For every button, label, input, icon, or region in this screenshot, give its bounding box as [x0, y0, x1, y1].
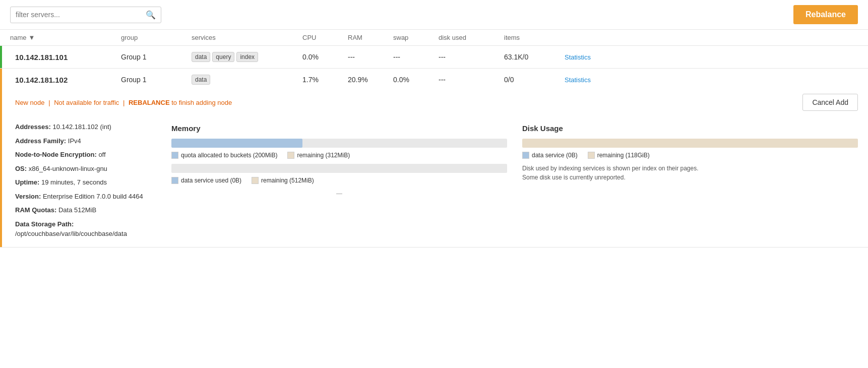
legend-swatch-tan-1 [287, 152, 294, 159]
os-row: OS: x86_64-unknown-linux-gnu [15, 164, 156, 174]
top-bar: 🔍 Rebalance [0, 0, 868, 30]
int-label: (int) [100, 123, 111, 131]
node-info-col: Addresses: 10.142.181.102 (int) Address … [15, 122, 156, 239]
legend-item-disk-data: data service (0B) [522, 152, 578, 159]
service-tag-query-1: query [212, 52, 234, 62]
legend-swatch-blue-1 [171, 152, 178, 159]
legend-swatch-disk-remaining [588, 152, 595, 159]
encryption-label: Node-to-Node Encryption: [15, 151, 97, 158]
addresses-row: Addresses: 10.142.181.102 (int) [15, 122, 156, 132]
memory-legend-1: quota allocated to buckets (200MiB) rema… [171, 152, 507, 159]
new-node-label: New node [15, 99, 45, 106]
legend-label-disk-data: data service (0B) [532, 152, 578, 159]
ram-quotas-value: Data 512MiB [58, 206, 96, 214]
table-header: name ▼ group services CPU RAM swap disk … [0, 30, 868, 46]
rebalance-word: REBALANCE [129, 99, 170, 106]
search-icon: 🔍 [146, 10, 156, 20]
address-family-value: IPv4 [68, 137, 81, 145]
service-tag-data-2: data [192, 75, 210, 85]
server-swap-1: --- [393, 53, 439, 61]
header-items: items [504, 34, 565, 41]
service-tag-data-1: data [192, 52, 210, 62]
server-disk-2: --- [439, 76, 504, 84]
header-group: group [121, 34, 192, 41]
statistics-link-2[interactable]: Statistics [565, 76, 591, 84]
indicator-orange [0, 69, 2, 247]
uptime-label: Uptime: [15, 178, 39, 186]
not-available-label: Not available for traffic [54, 99, 119, 106]
os-label: OS: [15, 165, 27, 172]
legend-label-remaining-1: remaining (312MiB) [297, 152, 350, 159]
server-disk-1: --- [439, 53, 504, 61]
server-row-1: 10.142.181.101 Group 1 data query index … [0, 46, 868, 69]
header-disk-used: disk used [439, 34, 504, 41]
data-storage-row: Data Storage Path: /opt/couchbase/var/li… [15, 219, 156, 239]
server-group-2: Group 1 [121, 76, 192, 84]
addresses-ip: 10.142.181.102 [52, 123, 98, 131]
rebalance-button[interactable]: Rebalance [793, 5, 858, 24]
legend-swatch-disk-data [522, 152, 529, 159]
memory-bar-2 [171, 164, 507, 173]
service-tags-1: data query index [192, 52, 302, 62]
separator-2: | [123, 99, 125, 106]
service-tag-index-1: index [236, 52, 258, 62]
version-label: Version: [15, 193, 41, 200]
service-tags-2: data [192, 75, 302, 85]
server-group-1: Group 1 [121, 53, 192, 61]
legend-item-remaining-2: remaining (512MiB) [252, 177, 314, 184]
legend-swatch-blue-2 [171, 177, 178, 184]
server-row-main-1: 10.142.181.101 Group 1 data query index … [0, 46, 868, 68]
header-ram: RAM [348, 34, 393, 41]
new-node-banner: New node | Not available for traffic | R… [0, 91, 868, 114]
disk-title: Disk Usage [522, 124, 858, 133]
legend-label-data-used: data service used (0B) [181, 177, 241, 184]
disk-bar [522, 139, 858, 148]
memory-legend-2: data service used (0B) remaining (512MiB… [171, 177, 507, 184]
data-storage-label: Data Storage Path: [15, 220, 74, 228]
legend-item-allocated: quota allocated to buckets (200MiB) [171, 152, 277, 159]
legend-swatch-tan-2 [252, 177, 259, 184]
encryption-value: off [98, 151, 105, 158]
memory-empty-line: — [171, 189, 507, 198]
header-services: services [192, 34, 302, 41]
legend-item-remaining-1: remaining (312MiB) [287, 152, 350, 159]
search-container: 🔍 [10, 7, 161, 23]
header-name: name ▼ [10, 34, 121, 41]
memory-bar-1-fill [171, 139, 302, 148]
legend-label-remaining-2: remaining (512MiB) [261, 177, 314, 184]
disk-section: Disk Usage data service (0B) remaining (… [522, 122, 858, 239]
node-details: Addresses: 10.142.181.102 (int) Address … [0, 114, 868, 247]
legend-item-data-used: data service used (0B) [171, 177, 241, 184]
server-cpu-1: 0.0% [302, 53, 348, 61]
uptime-row: Uptime: 19 minutes, 7 seconds [15, 177, 156, 188]
header-actions [565, 34, 625, 41]
ram-quotas-label: RAM Quotas: [15, 206, 56, 214]
server-row-2: 10.142.181.102 Group 1 data 1.7% 20.9% 0… [0, 69, 868, 248]
version-row: Version: Enterprise Edition 7.0.0 build … [15, 192, 156, 202]
header-cpu: CPU [302, 34, 348, 41]
new-node-text: New node | Not available for traffic | R… [15, 99, 232, 106]
encryption-row: Node-to-Node Encryption: off [15, 150, 156, 160]
search-input[interactable] [16, 11, 146, 19]
addresses-label: Addresses: [15, 123, 51, 131]
statistics-link-1[interactable]: Statistics [565, 53, 591, 61]
address-family-row: Address Family: IPv4 [15, 136, 156, 146]
legend-label-disk-remaining: remaining (118GiB) [597, 152, 650, 159]
indicator-green [0, 46, 2, 68]
separator-1: | [48, 99, 50, 106]
uptime-value: 19 minutes, 7 seconds [41, 178, 107, 186]
cancel-add-button[interactable]: Cancel Add [802, 94, 858, 111]
data-storage-value: /opt/couchbase/var/lib/couchbase/data [15, 230, 127, 237]
server-ip-2: 10.142.181.102 [10, 76, 121, 84]
legend-label-allocated: quota allocated to buckets (200MiB) [181, 152, 277, 159]
server-ip-1: 10.142.181.101 [10, 53, 121, 62]
memory-title: Memory [171, 124, 507, 133]
version-value: Enterprise Edition 7.0.0 build 4464 [43, 193, 143, 200]
server-ram-2: 20.9% [348, 76, 393, 84]
disk-legend: data service (0B) remaining (118GiB) [522, 152, 858, 159]
server-row-main-2: 10.142.181.102 Group 1 data 1.7% 20.9% 0… [0, 69, 868, 91]
server-cpu-2: 1.7% [302, 76, 348, 84]
legend-item-disk-remaining: remaining (118GiB) [588, 152, 650, 159]
header-swap: swap [393, 34, 439, 41]
memory-section: Memory quota allocated to buckets (200Mi… [171, 122, 507, 239]
